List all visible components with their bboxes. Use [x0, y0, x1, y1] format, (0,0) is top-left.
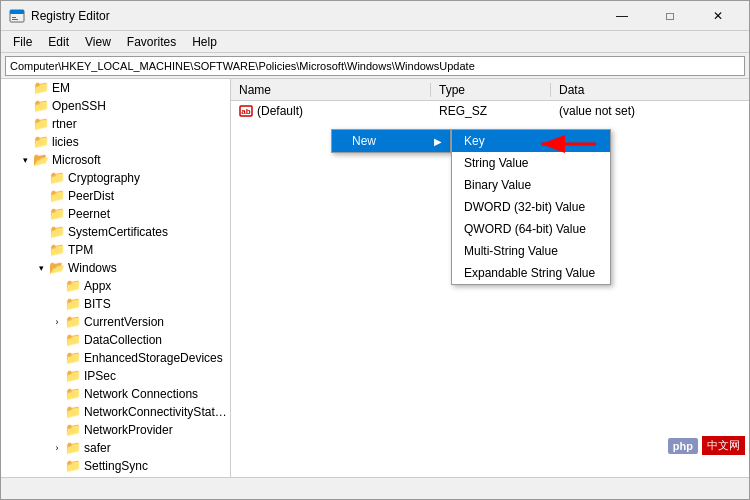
tree-label: Network Connections [84, 387, 198, 401]
cell-name: ab (Default) [231, 104, 431, 118]
tree-item-bits[interactable]: 📁 BITS [1, 295, 230, 313]
table-body: ab (Default) REG_SZ (value not set) [231, 101, 749, 477]
folder-icon: 📁 [65, 368, 81, 384]
tree-label: BITS [84, 297, 111, 311]
addressbar: Computer\HKEY_LOCAL_MACHINE\SOFTWARE\Pol… [1, 53, 749, 79]
tree-item-settingsync[interactable]: 📁 SettingSync [1, 457, 230, 475]
tree-item-systemcerts[interactable]: 📁 SystemCertificates [1, 223, 230, 241]
tree-item-em[interactable]: 📁 EM [1, 79, 230, 97]
tree-label: rtner [52, 117, 77, 131]
folder-icon: 📁 [65, 422, 81, 438]
tree-label: CurrentVersion [84, 315, 164, 329]
tree-item-networkprovider[interactable]: 📁 NetworkProvider [1, 421, 230, 439]
tree-label: safer [84, 441, 111, 455]
maximize-button[interactable]: □ [647, 1, 693, 31]
svg-text:ab: ab [241, 107, 250, 116]
folder-icon: 📁 [33, 80, 49, 96]
default-value-icon: ab [239, 104, 253, 118]
column-header-type: Type [431, 83, 551, 97]
folder-icon: 📁 [33, 98, 49, 114]
tree-item-datacollection[interactable]: 📁 DataCollection [1, 331, 230, 349]
tree-label: IPSec [84, 369, 116, 383]
table-row[interactable]: ab (Default) REG_SZ (value not set) [231, 101, 749, 121]
tree-label: NetworkProvider [84, 423, 173, 437]
folder-icon: 📁 [65, 296, 81, 312]
folder-icon: 📁 [65, 386, 81, 402]
tree-item-openssh[interactable]: 📁 OpenSSH [1, 97, 230, 115]
titlebar: Registry Editor — □ ✕ [1, 1, 749, 31]
folder-icon: 📁 [49, 170, 65, 186]
tree-item-windows[interactable]: ▾ 📂 Windows [1, 259, 230, 277]
cell-type: REG_SZ [431, 104, 551, 118]
right-pane: Name Type Data ab (Default) REG_SZ (valu… [231, 79, 749, 477]
tree-item-safer[interactable]: › 📁 safer [1, 439, 230, 457]
tree-pane[interactable]: 📁 EM 📁 OpenSSH 📁 rtner 📁 licies [1, 79, 231, 477]
folder-icon: 📂 [33, 152, 49, 168]
tree-label: NetworkConnectivityStatusIndicator [84, 405, 230, 419]
statusbar [1, 477, 749, 499]
tree-item-rtner[interactable]: 📁 rtner [1, 115, 230, 133]
tree-item-peernet[interactable]: 📁 Peernet [1, 205, 230, 223]
svg-rect-3 [12, 19, 18, 20]
registry-editor-icon [9, 8, 25, 24]
folder-icon: 📁 [65, 278, 81, 294]
folder-icon: 📁 [65, 440, 81, 456]
tree-label: SystemCertificates [68, 225, 168, 239]
value-name: (Default) [257, 104, 303, 118]
address-path[interactable]: Computer\HKEY_LOCAL_MACHINE\SOFTWARE\Pol… [5, 56, 745, 76]
folder-icon: 📁 [65, 332, 81, 348]
tree-label: Cryptography [68, 171, 140, 185]
watermark: php 中文网 [668, 436, 749, 455]
menubar: File Edit View Favorites Help [1, 31, 749, 53]
tree-item-microsoft[interactable]: ▾ 📂 Microsoft [1, 151, 230, 169]
folder-icon: 📁 [65, 350, 81, 366]
tree-label: Windows [68, 261, 117, 275]
tree-label: licies [52, 135, 79, 149]
menu-favorites[interactable]: Favorites [119, 33, 184, 51]
tree-label: OpenSSH [52, 99, 106, 113]
php-badge: php [668, 438, 698, 454]
tree-label: Microsoft [52, 153, 101, 167]
tree-label: Peernet [68, 207, 110, 221]
column-header-data: Data [551, 83, 749, 97]
folder-icon: 📁 [49, 224, 65, 240]
table-header: Name Type Data [231, 79, 749, 101]
tree-item-licies[interactable]: 📁 licies [1, 133, 230, 151]
svg-rect-2 [12, 17, 16, 18]
tree-item-enhancedstorage[interactable]: 📁 EnhancedStorageDevices [1, 349, 230, 367]
folder-icon: 📁 [65, 404, 81, 420]
tree-label: EnhancedStorageDevices [84, 351, 223, 365]
menu-file[interactable]: File [5, 33, 40, 51]
tree-item-peerdist[interactable]: 📁 PeerDist [1, 187, 230, 205]
minimize-button[interactable]: — [599, 1, 645, 31]
tree-item-ncsi[interactable]: 📁 NetworkConnectivityStatusIndicator [1, 403, 230, 421]
folder-icon: 📁 [49, 206, 65, 222]
tree-label: Appx [84, 279, 111, 293]
folder-icon: 📂 [49, 260, 65, 276]
tree-item-tpm[interactable]: 📁 TPM [1, 241, 230, 259]
window-controls: — □ ✕ [599, 1, 741, 31]
folder-icon: 📁 [33, 134, 49, 150]
close-button[interactable]: ✕ [695, 1, 741, 31]
tree-item-currentversion[interactable]: › 📁 CurrentVersion [1, 313, 230, 331]
folder-icon: 📁 [49, 242, 65, 258]
cn-badge: 中文网 [702, 436, 745, 455]
tree-item-appx[interactable]: 📁 Appx [1, 277, 230, 295]
folder-icon: 📁 [65, 314, 81, 330]
cell-data: (value not set) [551, 104, 749, 118]
menu-view[interactable]: View [77, 33, 119, 51]
menu-help[interactable]: Help [184, 33, 225, 51]
tree-label: PeerDist [68, 189, 114, 203]
tree-item-networkconnections[interactable]: 📁 Network Connections [1, 385, 230, 403]
tree-item-cryptography[interactable]: 📁 Cryptography [1, 169, 230, 187]
column-header-name: Name [231, 83, 431, 97]
menu-edit[interactable]: Edit [40, 33, 77, 51]
tree-label: SettingSync [84, 459, 148, 473]
tree-label: DataCollection [84, 333, 162, 347]
window-title: Registry Editor [31, 9, 599, 23]
tree-label: EM [52, 81, 70, 95]
svg-rect-1 [10, 10, 24, 14]
folder-icon: 📁 [49, 188, 65, 204]
tree-item-ipsec[interactable]: 📁 IPSec [1, 367, 230, 385]
folder-icon: 📁 [33, 116, 49, 132]
